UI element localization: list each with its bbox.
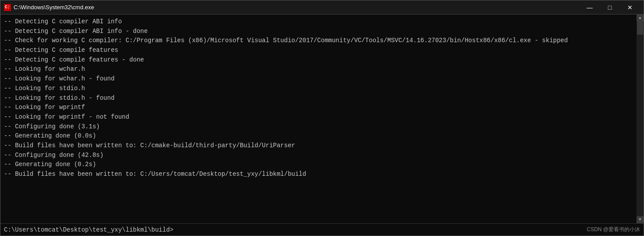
- terminal-line: -- Detecting C compile features - done: [4, 55, 633, 65]
- window-title: C:\Windows\System32\cmd.exe: [14, 4, 580, 11]
- title-bar: C: C:\Windows\System32\cmd.exe — □ ✕: [0, 0, 644, 15]
- terminal-line: -- Detecting C compiler ABI info: [4, 17, 633, 27]
- cmd-window: C: C:\Windows\System32\cmd.exe — □ ✕ -- …: [0, 0, 644, 236]
- terminal-line: -- Check for working C compiler: C:/Prog…: [4, 36, 633, 46]
- terminal-line: -- Generating done (0.2s): [4, 160, 633, 170]
- terminal-line: -- Looking for wchar.h - found: [4, 74, 633, 84]
- terminal-line: -- Generating done (0.0s): [4, 131, 633, 141]
- terminal-line: -- Detecting C compile features: [4, 46, 633, 55]
- terminal-line: -- Configuring done (3.1s): [4, 122, 633, 132]
- minimize-button[interactable]: —: [580, 0, 600, 15]
- terminal-line: -- Build files have been written to: C:/…: [4, 170, 633, 179]
- app-icon: C:: [4, 4, 11, 11]
- content-area: -- Detecting C compiler ABI info-- Detec…: [0, 15, 644, 223]
- close-button[interactable]: ✕: [620, 0, 640, 15]
- maximize-button[interactable]: □: [600, 0, 620, 15]
- terminal-line: -- Looking for stdio.h - found: [4, 94, 633, 103]
- terminal-line: -- Looking for wprintf - not found: [4, 113, 633, 122]
- scrollbar[interactable]: ▲ ▼: [637, 15, 644, 223]
- watermark: CSDN @爱看书的小沐: [587, 226, 640, 233]
- terminal-line: -- Configuring done (42.8s): [4, 151, 633, 160]
- command-prompt: C:\Users\tomcat\Desktop\test_yxy\libkml\…: [4, 226, 587, 233]
- scroll-track[interactable]: [637, 22, 644, 216]
- terminal-line: -- Looking for wprintf: [4, 103, 633, 113]
- terminal-output: -- Detecting C compiler ABI info-- Detec…: [0, 15, 637, 223]
- scroll-up-arrow[interactable]: ▲: [637, 15, 644, 22]
- status-bar: C:\Users\tomcat\Desktop\test_yxy\libkml\…: [0, 223, 644, 236]
- terminal-line: -- Looking for stdio.h: [4, 84, 633, 94]
- terminal-line: -- Build files have been written to: C:/…: [4, 141, 633, 151]
- scroll-thumb[interactable]: [637, 22, 643, 35]
- window-controls: — □ ✕: [580, 0, 640, 15]
- terminal-line: -- Looking for wchar.h: [4, 65, 633, 74]
- terminal-line: -- Detecting C compiler ABI info - done: [4, 27, 633, 36]
- scroll-down-arrow[interactable]: ▼: [637, 216, 644, 223]
